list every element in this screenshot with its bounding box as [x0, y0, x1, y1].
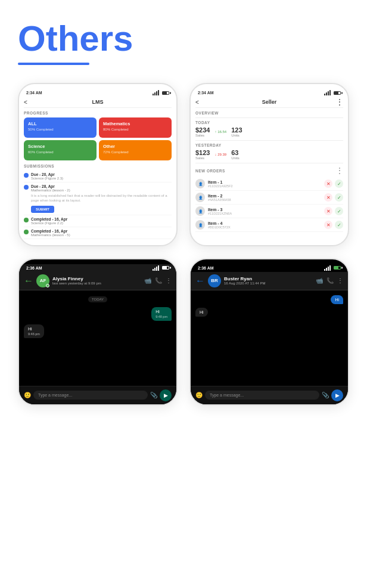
subject-other-name: Other [103, 144, 167, 149]
seller-time: 2:34 AM [198, 91, 214, 95]
reject-button-2[interactable]: ✕ [324, 193, 332, 202]
seller-header-title: Seller [262, 99, 277, 105]
order-name-1: Item - 1 [208, 180, 321, 184]
lms-status-right [153, 90, 169, 95]
yesterday-change: ↓ 29.39 [214, 153, 226, 156]
divider3 [195, 163, 343, 163]
subject-all[interactable]: ALL 50% Completed [24, 117, 97, 138]
today-sales-amount: $234 [195, 126, 210, 134]
order-info-2: Item - 2 #4A51A356A58 [208, 194, 321, 202]
subject-all-progress: 50% Completed [28, 128, 92, 131]
order-actions-2: ✕ ✓ [324, 193, 343, 202]
message-time-sent-1: 9:48 pm [155, 315, 167, 318]
overview-label: OVERVIEW [195, 111, 343, 115]
order-id-1: #11D221A925F2 [208, 184, 321, 188]
blue-chat-avatar: BR [208, 274, 221, 287]
subject-math-name: Mathematics [103, 121, 167, 126]
yesterday-units-box: 63 Units [231, 149, 240, 160]
message-sent-1: Hi 9:48 pm [151, 307, 172, 321]
lms-header: < LMS [24, 97, 172, 108]
yesterday-sales-label: Sales [195, 156, 210, 160]
blue-emoji-icon[interactable]: 🙂 [195, 392, 203, 398]
message-text-sent-1: Hi [155, 310, 167, 314]
sub-content-3: Completed - 16, Apr Science (Figure 2.2) [31, 217, 172, 225]
subject-mathematics[interactable]: Mathematics 80% Completed [99, 117, 172, 138]
new-orders-menu-icon[interactable]: ⋮ [336, 166, 343, 175]
whatsapp-header: ← AF Alysia Finney last seen yesterday a… [19, 272, 176, 290]
whatsapp-message-input[interactable]: Type a message... [33, 391, 148, 400]
whatsapp-menu-icon[interactable]: ⋮ [166, 277, 172, 284]
accept-button-2[interactable]: ✓ [335, 193, 343, 202]
whatsapp-time: 2:36 AM [26, 266, 42, 270]
sub-title-3: Completed - 16, Apr [31, 217, 172, 221]
submission-1: Due - 20, Apr Science (Figure 2.3) [24, 171, 172, 182]
submit-button[interactable]: SUBMIT [31, 206, 54, 213]
wp-battery-icon [162, 266, 169, 270]
order-avatar-1: 👤 [195, 179, 205, 188]
sub-subtitle-4: Mathematics (lesson - 5) [31, 233, 172, 237]
whatsapp-avatar-wrap: AF [36, 274, 49, 287]
accept-button-3[interactable]: ✓ [335, 207, 343, 215]
accept-button-1[interactable]: ✓ [335, 180, 343, 188]
sub-dot-4 [24, 230, 29, 234]
call-icon[interactable]: 📞 [155, 277, 162, 284]
sub-title-1: Due - 20, Apr [31, 172, 172, 177]
sub-dot-3 [24, 218, 29, 222]
video-call-icon[interactable]: 📹 [144, 277, 151, 284]
submission-4: Completed - 16, Apr Mathematics (lesson … [24, 227, 172, 239]
back-icon[interactable]: < [24, 99, 27, 106]
order-info-3: Item - 3 #11D221XZN6A [208, 208, 321, 215]
order-name-3: Item - 3 [208, 208, 321, 212]
blue-status-right [324, 265, 341, 271]
reject-button-1[interactable]: ✕ [324, 180, 332, 188]
lms-screen: < LMS PROGRESS ALL 50% Completed Mathema… [19, 97, 176, 245]
blue-message-input[interactable]: Type a message... [205, 391, 319, 400]
emoji-icon[interactable]: 🙂 [24, 392, 31, 398]
whatsapp-input-bar: 🙂 Type a message... 📎 ▶ [19, 386, 176, 404]
today-units-box: 123 Units [231, 126, 242, 137]
blue-signal-icon [324, 265, 331, 271]
accept-button-4[interactable]: ✓ [335, 221, 343, 229]
blue-call-icon[interactable]: 📞 [326, 277, 334, 284]
blue-back-icon[interactable]: ← [195, 276, 205, 286]
message-text-received-1: Hi [28, 327, 40, 331]
seller-back-icon[interactable]: < [195, 99, 199, 106]
blue-chat-info: Buster Ryan 16 Aug 2020 AT 11:44 PM [224, 276, 313, 285]
blue-message-text-sent: Hi [335, 298, 339, 302]
seller-signal-icon [324, 90, 331, 95]
whatsapp-statusbar: 2:36 AM [19, 264, 176, 272]
blue-attachment-icon[interactable]: 📎 [322, 392, 329, 398]
blue-menu-icon[interactable]: ⋮ [337, 277, 343, 284]
subject-other[interactable]: Other 72% Completed [99, 140, 172, 160]
blue-message-text-received: Hi [200, 310, 204, 314]
subject-all-name: ALL [28, 121, 92, 126]
sub-description-2: It is a long established fact that a rea… [31, 193, 172, 203]
blue-send-button[interactable]: ▶ [331, 389, 343, 401]
whatsapp-chat-actions: 📹 📞 ⋮ [144, 277, 172, 284]
blue-chat-phone: 2:36 AM ← BR Buster Ryan 16 Aug 20 [189, 258, 349, 406]
sub-title-2: Due - 28, Apr [31, 184, 172, 188]
signal-icon [153, 90, 159, 95]
subject-sci-progress: 60% Completed [28, 150, 92, 154]
seller-menu-icon[interactable]: ⋮ [336, 98, 343, 106]
blue-contact-status: 16 Aug 2020 AT 11:44 PM [224, 281, 313, 285]
subject-sci-name: Science [28, 144, 92, 149]
whatsapp-contact-name: Alysia Finney [52, 276, 141, 281]
sub-subtitle-2: Mathematics (lesson - 2) [31, 188, 172, 192]
wp-status-right [153, 265, 169, 271]
yesterday-units-label: Units [231, 156, 240, 160]
lms-time: 2:34 AM [26, 91, 42, 95]
reject-button-3[interactable]: ✕ [324, 207, 332, 215]
date-divider: TODAY [88, 296, 107, 302]
yesterday-sales-amount: $123 [195, 149, 210, 156]
sub-content-1: Due - 20, Apr Science (Figure 2.3) [31, 172, 172, 180]
submissions-label: SUBMISSIONS [24, 164, 172, 168]
subject-other-progress: 72% Completed [103, 150, 167, 154]
attachment-icon[interactable]: 📎 [150, 392, 157, 398]
whatsapp-send-button[interactable]: ▶ [160, 389, 172, 401]
seller-status-right [324, 90, 341, 95]
blue-video-icon[interactable]: 📹 [316, 277, 323, 284]
whatsapp-back-icon[interactable]: ← [24, 276, 33, 286]
subject-science[interactable]: Science 60% Completed [24, 140, 97, 160]
reject-button-4[interactable]: ✕ [324, 221, 332, 229]
